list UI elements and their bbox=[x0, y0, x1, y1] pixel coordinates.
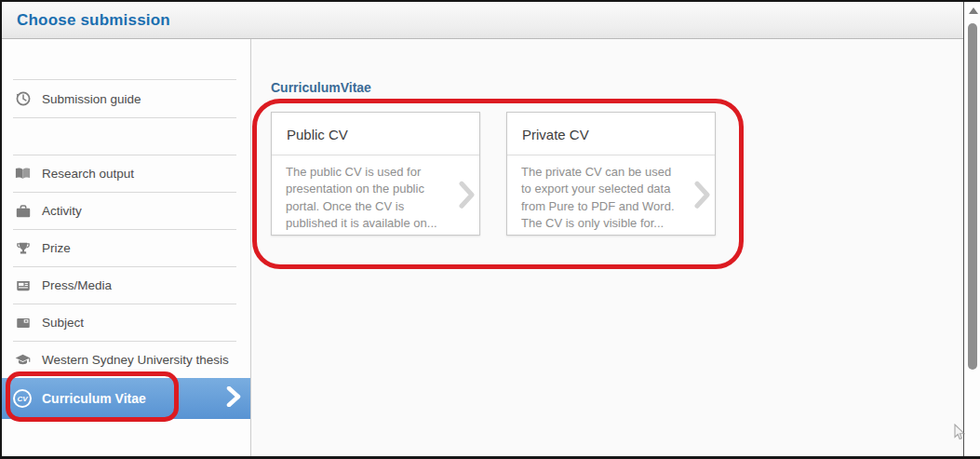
newspaper-icon bbox=[14, 277, 32, 294]
sidebar-item-wsu-thesis[interactable]: Western Sydney University thesis bbox=[2, 342, 250, 378]
scroll-up-arrow-icon[interactable] bbox=[969, 7, 978, 14]
trophy-icon bbox=[14, 239, 32, 257]
mouse-cursor-icon bbox=[953, 424, 967, 445]
sidebar-item-submission-guide[interactable]: Submission guide bbox=[2, 80, 250, 117]
scrollbar-thumb[interactable] bbox=[968, 23, 977, 370]
public-cv-card[interactable]: Public CV The public CV is used for pres… bbox=[271, 112, 480, 236]
sidebar-item-label: Research output bbox=[42, 167, 134, 181]
vertical-scrollbar[interactable] bbox=[967, 2, 980, 456]
sidebar-item-press-media[interactable]: Press/Media bbox=[2, 267, 250, 304]
sidebar-item-curriculum-vitae[interactable]: CV Curriculum Vitae bbox=[2, 378, 250, 419]
sidebar-item-label: Western Sydney University thesis bbox=[42, 353, 229, 367]
sidebar-item-label: Prize bbox=[42, 241, 71, 255]
sidebar-item-activity[interactable]: Activity bbox=[2, 193, 250, 229]
dialog-title: Choose submission bbox=[17, 11, 170, 30]
sidebar-item-label: Press/Media bbox=[42, 278, 112, 292]
dialog-window: Choose submission Submission guide bbox=[2, 2, 964, 456]
sidebar-item-subject[interactable]: Subject bbox=[2, 304, 250, 341]
open-book-icon bbox=[14, 165, 32, 182]
image-icon bbox=[14, 314, 32, 331]
sidebar-item-label: Curriculum Vitae bbox=[42, 391, 146, 406]
briefcase-icon bbox=[14, 202, 32, 220]
sidebar-item-prize[interactable]: Prize bbox=[2, 230, 250, 266]
sidebar-item-label: Subject bbox=[42, 316, 84, 330]
chevron-right-icon bbox=[226, 386, 241, 411]
cv-badge-icon: CV bbox=[13, 389, 32, 408]
history-clock-icon bbox=[14, 90, 32, 108]
submission-choices-panel: CurriculumVitae Public CV The public CV … bbox=[251, 39, 963, 456]
graduation-cap-icon bbox=[14, 351, 32, 369]
dialog-titlebar: Choose submission bbox=[2, 2, 963, 39]
private-cv-card[interactable]: Private CV The private CV can be used to… bbox=[506, 112, 716, 236]
sidebar-item-research-output[interactable]: Research output bbox=[2, 155, 250, 192]
card-title: Public CV bbox=[272, 113, 479, 155]
card-description: The public CV is used for presentation o… bbox=[286, 165, 437, 230]
chevron-right-icon bbox=[694, 182, 710, 214]
choose-submission-dialog: Choose submission Submission guide bbox=[0, 0, 980, 459]
card-description: The private CV can be used to export you… bbox=[521, 165, 675, 230]
sidebar-item-label: Submission guide bbox=[42, 92, 141, 106]
submission-type-sidebar: Submission guide Research output bbox=[2, 39, 251, 456]
chevron-right-icon bbox=[459, 182, 475, 214]
sidebar-item-label: Activity bbox=[42, 204, 82, 218]
card-title: Private CV bbox=[507, 113, 715, 155]
section-title: CurriculumVitae bbox=[271, 80, 371, 95]
